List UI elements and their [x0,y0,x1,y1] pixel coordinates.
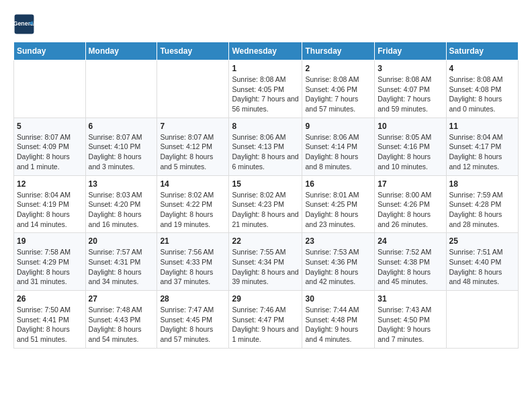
calendar-cell-4-5: 31Sunrise: 7:43 AMSunset: 4:50 PMDayligh… [375,291,446,349]
calendar-cell-2-4: 16Sunrise: 8:01 AMSunset: 4:25 PMDayligh… [302,175,375,233]
calendar-cell-0-3: 1Sunrise: 8:08 AMSunset: 4:05 PMDaylight… [229,60,302,118]
day-info: Sunrise: 8:08 AMSunset: 4:07 PMDaylight:… [378,75,443,114]
day-info: Sunrise: 8:08 AMSunset: 4:05 PMDaylight:… [232,75,299,114]
day-info: Sunrise: 8:02 AMSunset: 4:22 PMDaylight:… [160,190,226,230]
day-info: Sunrise: 7:58 AMSunset: 4:29 PMDaylight:… [17,247,83,287]
calendar-cell-0-2 [157,60,229,118]
day-number: 8 [232,122,299,131]
day-number: 16 [305,179,371,189]
day-number: 15 [232,179,299,189]
day-number: 5 [17,122,83,131]
day-number: 4 [449,64,515,73]
calendar-cell-3-0: 19Sunrise: 7:58 AMSunset: 4:29 PMDayligh… [14,233,86,291]
calendar-cell-3-1: 20Sunrise: 7:57 AMSunset: 4:31 PMDayligh… [85,233,157,291]
day-info: Sunrise: 7:50 AMSunset: 4:41 PMDaylight:… [17,305,83,345]
calendar-cell-1-3: 8Sunrise: 8:06 AMSunset: 4:13 PMDaylight… [229,118,302,175]
calendar-cell-3-6: 25Sunrise: 7:51 AMSunset: 4:40 PMDayligh… [446,233,518,291]
calendar-cell-1-2: 7Sunrise: 8:07 AMSunset: 4:12 PMDaylight… [157,118,229,175]
calendar-cell-4-3: 29Sunrise: 7:46 AMSunset: 4:47 PMDayligh… [229,291,302,349]
logo-icon: General [13,13,35,35]
calendar-cell-0-5: 3Sunrise: 8:08 AMSunset: 4:07 PMDaylight… [375,60,446,118]
header-day-wednesday: Wednesday [229,42,302,60]
day-number: 26 [17,294,83,304]
day-info: Sunrise: 7:53 AMSunset: 4:36 PMDaylight:… [305,247,371,287]
day-number: 1 [232,64,299,73]
calendar-cell-1-4: 9Sunrise: 8:06 AMSunset: 4:14 PMDaylight… [302,118,375,175]
day-info: Sunrise: 7:57 AMSunset: 4:31 PMDaylight:… [89,247,154,287]
day-info: Sunrise: 8:07 AMSunset: 4:12 PMDaylight:… [160,132,226,172]
header-day-tuesday: Tuesday [157,42,229,60]
calendar-cell-2-1: 13Sunrise: 8:03 AMSunset: 4:20 PMDayligh… [85,175,157,233]
day-number: 14 [160,179,226,189]
day-number: 6 [89,122,154,131]
day-info: Sunrise: 8:06 AMSunset: 4:14 PMDaylight:… [305,132,371,172]
day-number: 12 [17,179,83,189]
day-number: 18 [449,179,515,189]
day-info: Sunrise: 8:08 AMSunset: 4:06 PMDaylight:… [305,75,371,114]
calendar-cell-1-1: 6Sunrise: 8:07 AMSunset: 4:10 PMDaylight… [85,118,157,175]
calendar-cell-2-2: 14Sunrise: 8:02 AMSunset: 4:22 PMDayligh… [157,175,229,233]
day-number: 31 [378,294,443,304]
day-info: Sunrise: 7:59 AMSunset: 4:28 PMDaylight:… [449,190,515,230]
calendar-cell-1-0: 5Sunrise: 8:07 AMSunset: 4:09 PMDaylight… [14,118,86,175]
calendar-cell-0-4: 2Sunrise: 8:08 AMSunset: 4:06 PMDaylight… [302,60,375,118]
day-number: 25 [449,236,515,246]
header-day-sunday: Sunday [14,42,86,60]
day-info: Sunrise: 8:04 AMSunset: 4:17 PMDaylight:… [449,132,515,172]
calendar-cell-3-5: 24Sunrise: 7:52 AMSunset: 4:38 PMDayligh… [375,233,446,291]
calendar-week-1: 1Sunrise: 8:08 AMSunset: 4:05 PMDaylight… [14,60,519,118]
day-number: 17 [378,179,443,189]
day-number: 7 [160,122,226,131]
day-number: 20 [89,236,154,246]
header-day-saturday: Saturday [446,42,518,60]
calendar-cell-3-3: 22Sunrise: 7:55 AMSunset: 4:34 PMDayligh… [229,233,302,291]
day-info: Sunrise: 8:00 AMSunset: 4:26 PMDaylight:… [378,190,443,230]
day-info: Sunrise: 7:44 AMSunset: 4:48 PMDaylight:… [305,305,371,345]
calendar-header-row: SundayMondayTuesdayWednesdayThursdayFrid… [14,42,519,60]
day-info: Sunrise: 8:06 AMSunset: 4:13 PMDaylight:… [232,132,299,172]
calendar-cell-0-6: 4Sunrise: 8:08 AMSunset: 4:08 PMDaylight… [446,60,518,118]
calendar-cell-2-6: 18Sunrise: 7:59 AMSunset: 4:28 PMDayligh… [446,175,518,233]
day-info: Sunrise: 7:51 AMSunset: 4:40 PMDaylight:… [449,247,515,287]
calendar-cell-3-2: 21Sunrise: 7:56 AMSunset: 4:33 PMDayligh… [157,233,229,291]
calendar-table: SundayMondayTuesdayWednesdayThursdayFrid… [13,42,519,349]
day-info: Sunrise: 8:05 AMSunset: 4:16 PMDaylight:… [378,132,443,172]
day-info: Sunrise: 7:56 AMSunset: 4:33 PMDaylight:… [160,247,226,287]
day-info: Sunrise: 7:47 AMSunset: 4:45 PMDaylight:… [160,305,226,345]
calendar-cell-2-3: 15Sunrise: 8:02 AMSunset: 4:23 PMDayligh… [229,175,302,233]
day-number: 10 [378,122,443,131]
day-number: 27 [89,294,154,304]
calendar-cell-3-4: 23Sunrise: 7:53 AMSunset: 4:36 PMDayligh… [302,233,375,291]
day-info: Sunrise: 7:46 AMSunset: 4:47 PMDaylight:… [232,305,299,345]
calendar-week-3: 12Sunrise: 8:04 AMSunset: 4:19 PMDayligh… [14,175,519,233]
day-info: Sunrise: 8:02 AMSunset: 4:23 PMDaylight:… [232,190,299,230]
day-info: Sunrise: 8:04 AMSunset: 4:19 PMDaylight:… [17,190,83,230]
header-day-friday: Friday [375,42,446,60]
day-number: 19 [17,236,83,246]
day-number: 24 [378,236,443,246]
header: General [13,13,519,35]
calendar-cell-4-2: 28Sunrise: 7:47 AMSunset: 4:45 PMDayligh… [157,291,229,349]
day-number: 3 [378,64,443,73]
calendar-cell-4-0: 26Sunrise: 7:50 AMSunset: 4:41 PMDayligh… [14,291,86,349]
page: General SundayMondayTuesdayWednesdayThur… [0,0,532,355]
header-day-monday: Monday [85,42,157,60]
day-info: Sunrise: 8:01 AMSunset: 4:25 PMDaylight:… [305,190,371,230]
day-number: 2 [305,64,371,73]
day-info: Sunrise: 8:07 AMSunset: 4:10 PMDaylight:… [89,132,154,172]
day-info: Sunrise: 8:07 AMSunset: 4:09 PMDaylight:… [17,132,83,172]
day-number: 23 [305,236,371,246]
calendar-cell-1-5: 10Sunrise: 8:05 AMSunset: 4:16 PMDayligh… [375,118,446,175]
calendar-week-5: 26Sunrise: 7:50 AMSunset: 4:41 PMDayligh… [14,291,519,349]
calendar-cell-0-0 [14,60,86,118]
day-info: Sunrise: 8:03 AMSunset: 4:20 PMDaylight:… [89,190,154,230]
calendar-cell-2-0: 12Sunrise: 8:04 AMSunset: 4:19 PMDayligh… [14,175,86,233]
day-number: 22 [232,236,299,246]
calendar-week-2: 5Sunrise: 8:07 AMSunset: 4:09 PMDaylight… [14,118,519,175]
header-day-thursday: Thursday [302,42,375,60]
calendar-cell-1-6: 11Sunrise: 8:04 AMSunset: 4:17 PMDayligh… [446,118,518,175]
day-number: 11 [449,122,515,131]
day-info: Sunrise: 8:08 AMSunset: 4:08 PMDaylight:… [449,75,515,114]
calendar-cell-4-6 [446,291,518,349]
calendar-cell-4-1: 27Sunrise: 7:48 AMSunset: 4:43 PMDayligh… [85,291,157,349]
